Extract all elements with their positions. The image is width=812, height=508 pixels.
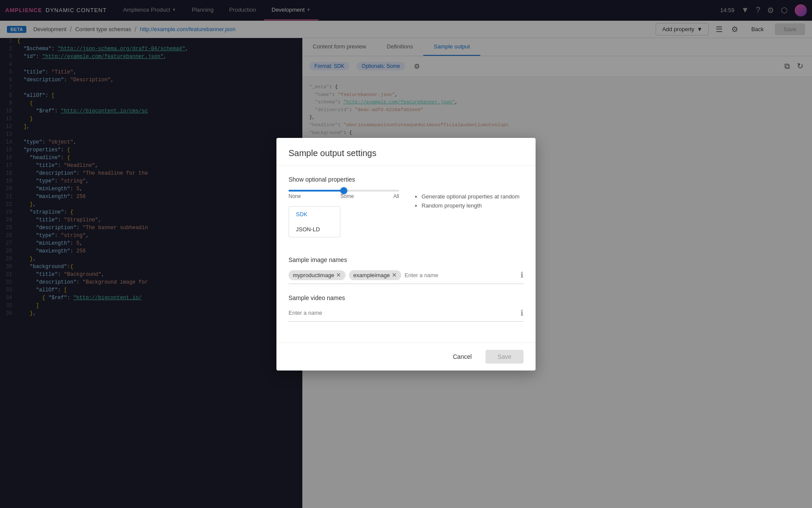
video-names-label: Sample video names <box>289 294 523 301</box>
slider-labels: None Some All <box>289 193 399 199</box>
info-icon: ℹ <box>520 270 523 280</box>
slider-label-none: None <box>289 193 301 199</box>
modal-title: Sample output settings <box>289 148 523 158</box>
show-optional-label: Show optional properties <box>289 176 523 183</box>
slider-row <box>289 190 399 192</box>
format-option-jsonld[interactable]: JSON-LD <box>289 222 340 237</box>
slider-thumb <box>340 187 347 194</box>
video-name-input[interactable] <box>289 310 517 316</box>
slider-fill <box>289 190 344 192</box>
slider-label-some: Some <box>340 193 354 199</box>
modal-footer: Cancel Save <box>276 342 536 371</box>
modal-overlay[interactable]: Sample output settings Show optional pro… <box>0 0 812 508</box>
video-names-section: Sample video names ℹ <box>289 294 523 322</box>
video-input-row: ℹ <box>289 308 523 322</box>
modal-save-button[interactable]: Save <box>485 350 523 364</box>
modal-body: Show optional properties None Some <box>276 166 536 342</box>
bullet-item: Generate optional properties at random <box>422 193 523 200</box>
bullet-list: Generate optional properties at random R… <box>413 193 523 209</box>
image-tags-row: myproductimage ✕ exampleimage ✕ ℹ <box>289 270 523 284</box>
image-names-section: Sample image names myproductimage ✕ exam… <box>289 256 523 284</box>
slider-label-all: All <box>393 193 399 199</box>
tag-label: exampleimage <box>353 272 390 278</box>
info-icon: ℹ <box>520 308 523 318</box>
show-optional-section: Show optional properties None Some <box>289 176 523 246</box>
tag-label: myproductimage <box>293 272 334 278</box>
image-name-input[interactable] <box>405 272 517 278</box>
format-dropdown[interactable]: SDK JSON-LD <box>289 206 340 237</box>
tag-myproductimage: myproductimage ✕ <box>289 270 346 280</box>
remove-tag-exampleimage[interactable]: ✕ <box>392 272 397 278</box>
slider-track[interactable] <box>289 190 399 192</box>
tag-exampleimage: exampleimage ✕ <box>349 270 401 280</box>
image-names-label: Sample image names <box>289 256 523 263</box>
modal-header: Sample output settings <box>276 138 536 166</box>
cancel-button[interactable]: Cancel <box>444 350 480 364</box>
format-option-sdk[interactable]: SDK <box>289 207 340 222</box>
bullet-item: Random property length <box>422 202 523 209</box>
remove-tag-myproductimage[interactable]: ✕ <box>336 272 341 278</box>
sample-output-settings-modal: Sample output settings Show optional pro… <box>276 138 536 371</box>
